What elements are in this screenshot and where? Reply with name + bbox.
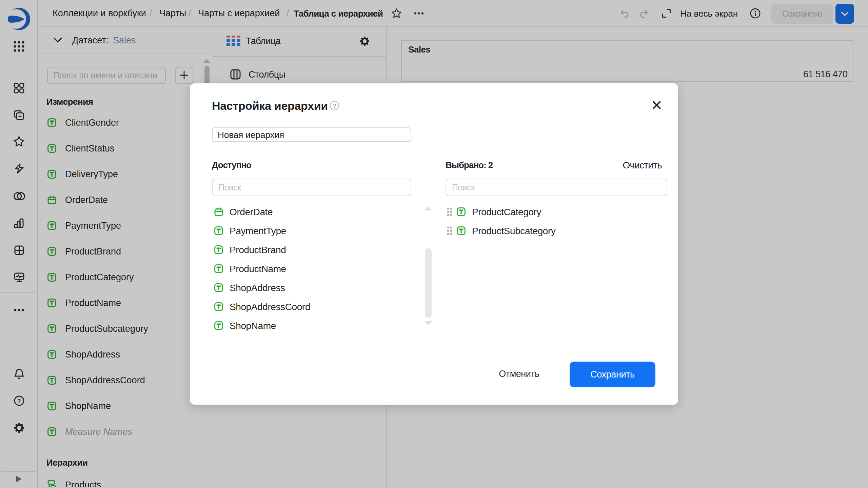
svg-text:?: ? xyxy=(333,103,336,109)
